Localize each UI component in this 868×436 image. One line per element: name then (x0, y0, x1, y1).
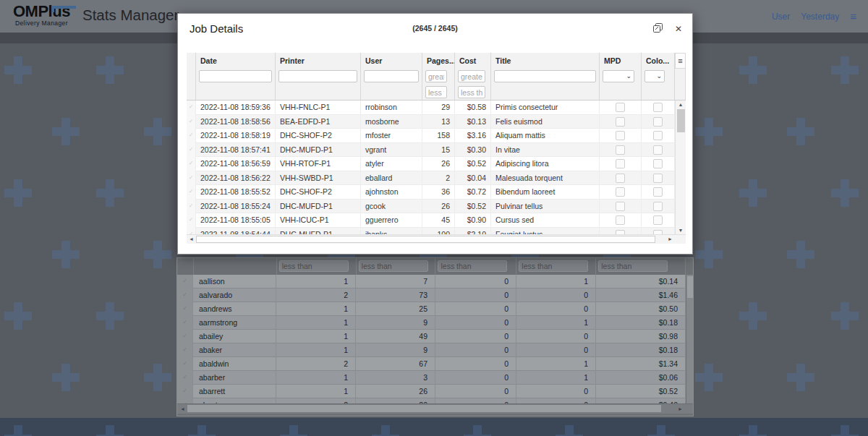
job-row[interactable]: ✓2022-11-08 18:54:44DHC-MUFD-P1jbanks100… (187, 228, 686, 235)
bg-table-row: ✓aallison1701$0.14 (177, 275, 686, 288)
filter-input-printer[interactable] (278, 70, 357, 82)
mpd-checkbox[interactable] (616, 187, 625, 197)
mpd-checkbox[interactable] (616, 215, 625, 225)
filter-input-title[interactable] (494, 70, 596, 82)
job-row[interactable]: ✓2022-11-08 18:56:22VHH-SWBD-P1eballard2… (187, 171, 686, 186)
filter-input-user[interactable] (364, 70, 419, 82)
scroll-right-icon[interactable]: ► (668, 236, 673, 241)
cell-title: Aliquam mattis (491, 129, 600, 143)
column-header-check[interactable] (187, 53, 196, 69)
row-select-check[interactable]: ✓ (187, 129, 196, 143)
filter-less-cost[interactable] (458, 86, 485, 98)
cell-mpd (600, 129, 642, 143)
menu-icon[interactable]: ≡ (850, 12, 856, 21)
job-row[interactable]: ✓2022-11-08 18:55:24DHC-MUFD-P1gcook26$0… (187, 200, 686, 214)
bg-cell-value: 1 (516, 357, 596, 371)
column-header-pages[interactable]: Pages... (422, 53, 455, 69)
bg-cell-value: 0 (435, 371, 516, 385)
color-checkbox[interactable] (653, 131, 663, 140)
color-checkbox[interactable] (653, 174, 663, 183)
filter-greater-cost[interactable] (458, 70, 485, 82)
row-select-check[interactable]: ✓ (187, 228, 196, 235)
scroll-left-icon[interactable]: ◄ (189, 236, 194, 241)
cell-date: 2022-11-08 18:55:05 (196, 213, 276, 228)
mpd-checkbox[interactable] (616, 117, 625, 127)
column-header-printer[interactable]: Printer (276, 53, 361, 69)
color-checkbox[interactable] (653, 103, 663, 112)
row-select-check[interactable]: ✓ (187, 143, 196, 158)
row-select-check[interactable]: ✓ (187, 101, 196, 115)
column-header-user[interactable]: User (361, 53, 422, 69)
row-select-check[interactable]: ✓ (187, 157, 196, 171)
grid-body: ✓2022-11-08 18:59:36VHH-FNLC-P1rrobinson… (187, 100, 686, 234)
filter-select-mpd[interactable]: ⌄ (603, 70, 634, 82)
scroll-left-icon: ◄ (180, 406, 185, 411)
bg-cell-user: aandrews (193, 302, 276, 316)
color-checkbox[interactable] (653, 215, 663, 225)
cell-user: mosborne (361, 115, 422, 129)
bg-cell-value: 1 (276, 343, 356, 357)
job-row[interactable]: ✓2022-11-08 18:59:36VHH-FNLC-P1rrobinson… (187, 101, 686, 115)
column-header-title[interactable]: Title (491, 53, 600, 69)
row-select-check[interactable]: ✓ (187, 185, 196, 200)
filter-select-color[interactable]: ⌄ (644, 70, 665, 82)
bg-cell-value: 25 (356, 302, 435, 316)
scroll-up-icon[interactable]: ▲ (676, 102, 686, 107)
cell-user: atyler (361, 157, 422, 171)
filter-cell-mpd (600, 85, 642, 100)
topbar-link-yesterday[interactable]: Yesterday (801, 12, 839, 22)
column-header-color[interactable]: Colo... (642, 53, 675, 69)
bg-cell-value: 0 (435, 316, 516, 330)
mpd-checkbox[interactable] (616, 131, 625, 140)
cell-date: 2022-11-08 18:56:59 (196, 157, 276, 171)
bg-filter-less-input (279, 260, 349, 272)
scroll-down-icon[interactable]: ▼ (676, 228, 686, 233)
grid-horizontal-scrollbar[interactable]: ◄ ► (187, 234, 686, 244)
cell-printer: DHC-SHOF-P2 (276, 185, 361, 200)
mpd-checkbox[interactable] (616, 145, 625, 155)
color-checkbox[interactable] (653, 187, 663, 197)
job-row[interactable]: ✓2022-11-08 18:55:05VHH-ICUC-P1gguerrero… (187, 213, 686, 228)
job-row[interactable]: ✓2022-11-08 18:58:19DHC-SHOF-P2mfoster15… (187, 129, 686, 143)
cell-user: gguerrero (361, 213, 422, 228)
scrollbar-thumb[interactable] (677, 109, 685, 132)
bg-cell-value: 1 (276, 316, 356, 330)
column-header-mpd[interactable]: MPD (600, 53, 642, 69)
column-header-cost[interactable]: Cost (455, 53, 491, 69)
column-header-date[interactable]: Date (196, 53, 276, 69)
close-icon[interactable]: ✕ (675, 24, 682, 34)
filter-cell-cost (455, 69, 491, 85)
bg-cell-value: 1 (516, 275, 596, 288)
row-select-check[interactable]: ✓ (187, 115, 196, 129)
bg-row-check: ✓ (177, 398, 193, 403)
job-row[interactable]: ✓2022-11-08 18:55:52DHC-SHOF-P2ajohnston… (187, 185, 686, 200)
filter-less-pages[interactable] (425, 86, 447, 98)
mpd-checkbox[interactable] (616, 103, 625, 112)
filter-cell-title (491, 69, 600, 85)
row-select-check[interactable]: ✓ (187, 200, 196, 214)
mpd-checkbox[interactable] (616, 174, 625, 183)
color-checkbox[interactable] (653, 202, 663, 211)
row-select-check[interactable]: ✓ (187, 213, 196, 228)
color-checkbox[interactable] (653, 145, 663, 155)
bg-cell-value: $1.46 (596, 288, 686, 302)
job-row[interactable]: ✓2022-11-08 18:57:41DHC-MUFD-P1vgrant15$… (187, 143, 686, 158)
mpd-checkbox[interactable] (616, 202, 625, 211)
bg-filter-cell (277, 258, 357, 275)
filter-cell-user (361, 85, 422, 100)
filter-greater-pages[interactable] (425, 70, 447, 82)
filter-input-date[interactable] (199, 70, 272, 82)
mpd-checkbox[interactable] (616, 159, 625, 168)
bg-cell-user: abarrett (193, 385, 276, 398)
job-row[interactable]: ✓2022-11-08 18:56:59VHH-RTOF-P1atyler26$… (187, 157, 686, 171)
column-menu-button[interactable]: ≡ (675, 53, 686, 69)
job-row[interactable]: ✓2022-11-08 18:58:56BEA-EDFD-P1mosborne1… (187, 115, 686, 129)
export-icon[interactable] (653, 22, 663, 35)
row-select-check[interactable]: ✓ (187, 171, 196, 186)
scrollbar-thumb[interactable] (196, 236, 655, 243)
color-checkbox[interactable] (653, 117, 663, 127)
cell-pages: 36 (422, 185, 455, 200)
topbar-link-user[interactable]: User (772, 12, 790, 22)
color-checkbox[interactable] (653, 159, 663, 168)
grid-vertical-scrollbar[interactable]: ▲ ▼ (675, 101, 686, 234)
